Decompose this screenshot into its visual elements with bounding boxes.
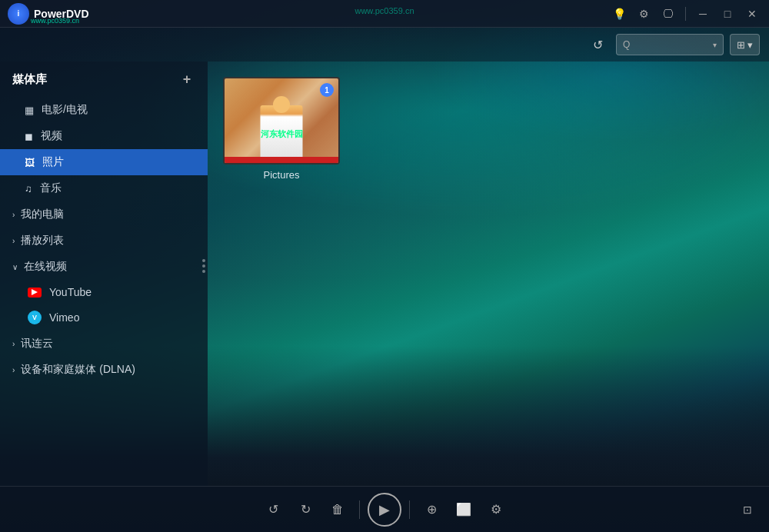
add-media-button[interactable]: +	[178, 71, 195, 88]
logo-icon: i	[8, 3, 29, 25]
grid-icon: ⊞	[737, 39, 745, 51]
redo-button[interactable]: ↻	[291, 496, 319, 524]
sidebar-item-photos[interactable]: 🖼 照片	[0, 149, 208, 175]
main-content: 河东软件园 1 Pictures	[208, 62, 769, 486]
media-count-badge: 1	[320, 83, 334, 97]
sidebar-collapse-handle[interactable]	[202, 259, 205, 273]
photo-icon: 🖼	[25, 157, 35, 168]
video-icon: ◼	[25, 131, 33, 142]
separator2	[409, 500, 410, 519]
pictures-thumbnail[interactable]: 河东软件园 1	[223, 77, 340, 165]
dot2	[202, 264, 205, 268]
delete-button[interactable]: 🗑	[324, 496, 351, 524]
sidebar-onlinevideo-label: 在线视频	[24, 260, 67, 274]
settings-button[interactable]: ⚙	[633, 3, 654, 25]
sidebar-xunlian-label: 讯连云	[21, 337, 53, 351]
theater-button[interactable]: 🖵	[657, 3, 679, 25]
sidebar-mypc-label: 我的电脑	[21, 208, 64, 221]
search-chevron-icon: ▾	[713, 41, 717, 49]
sidebar-dlna-label: 设备和家庭媒体 (DLNA)	[21, 363, 135, 377]
media-library-label: 媒体库	[12, 72, 47, 87]
person-head	[273, 96, 290, 113]
app-logo: i PowerDVD www.pc0359.cn	[0, 3, 97, 25]
sidebar-item-vimeo[interactable]: V Vimeo	[0, 304, 208, 331]
dlna-chevron-icon: ›	[12, 366, 15, 374]
view-toggle-button[interactable]: ⊞ ▾	[730, 34, 760, 55]
refresh-button[interactable]: ↺	[585, 32, 610, 57]
list-item[interactable]: 河东软件园 1 Pictures	[223, 77, 340, 181]
sidebar-item-mypc[interactable]: › 我的电脑	[0, 201, 208, 228]
play-button[interactable]: ▶	[368, 493, 401, 527]
titlebar: i PowerDVD www.pc0359.cn 💡 ⚙ 🖵 ─ □ ✕	[0, 0, 769, 28]
dot3	[202, 270, 205, 273]
titlebar-separator	[685, 7, 686, 21]
thumbnail-watermark: 河东软件园	[261, 128, 303, 140]
sidebar: 媒体库 + ▦ 电影/电视 ◼ 视频 🖼 照片 ♫ 音乐 › 我的电脑 › 播放…	[0, 62, 208, 486]
sidebar-youtube-label: YouTube	[49, 286, 92, 298]
thumbnail-redbar	[225, 157, 338, 163]
sidebar-item-dlna[interactable]: › 设备和家庭媒体 (DLNA)	[0, 357, 208, 383]
app-subtitle: www.pc0359.cn	[31, 17, 79, 25]
screen-button[interactable]: ⬜	[450, 496, 478, 524]
undo-button[interactable]: ↺	[259, 496, 287, 524]
vimeo-icon: V	[28, 311, 42, 324]
sidebar-item-music[interactable]: ♫ 音乐	[0, 175, 208, 201]
search-box[interactable]: Q ▾	[616, 34, 724, 55]
sidebar-playlist-label: 播放列表	[21, 234, 64, 248]
sidebar-music-label: 音乐	[40, 181, 62, 195]
sidebar-vimeo-label: Vimeo	[49, 311, 79, 324]
sidebar-item-video[interactable]: ◼ 视频	[0, 123, 208, 149]
onlinevideo-chevron-icon: ∨	[12, 263, 18, 271]
main-toolbar: ↺ Q ▾ ⊞ ▾	[0, 28, 769, 62]
sidebar-video-label: 视频	[41, 129, 62, 143]
mypc-chevron-icon: ›	[12, 211, 15, 219]
zoom-in-button[interactable]: ⊕	[418, 496, 445, 524]
search-input[interactable]	[633, 39, 713, 51]
sidebar-movies-label: 电影/电视	[42, 103, 88, 117]
sidebar-item-youtube[interactable]: YouTube	[0, 280, 208, 304]
minimize-button[interactable]: ─	[692, 3, 714, 25]
sidebar-header: 媒体库 +	[0, 62, 208, 97]
sidebar-item-onlinevideo[interactable]: ∨ 在线视频	[0, 254, 208, 280]
dot1	[202, 259, 205, 262]
maximize-button[interactable]: □	[717, 3, 738, 25]
close-button[interactable]: ✕	[741, 3, 763, 25]
sidebar-item-xunlian[interactable]: › 讯连云	[0, 331, 208, 357]
sidebar-item-movies[interactable]: ▦ 电影/电视	[0, 97, 208, 123]
view-chevron-icon: ▾	[747, 39, 753, 51]
youtube-icon	[28, 288, 42, 298]
sidebar-item-playlist[interactable]: › 播放列表	[0, 228, 208, 254]
separator1	[359, 500, 360, 519]
playlist-chevron-icon: ›	[12, 237, 15, 245]
fullscreen-button[interactable]: ⊡	[735, 497, 760, 522]
lightbulb-button[interactable]: 💡	[608, 3, 630, 25]
search-icon: Q	[623, 39, 630, 50]
bottom-settings-button[interactable]: ⚙	[482, 496, 510, 524]
window-controls: 💡 ⚙ 🖵 ─ □ ✕	[608, 3, 769, 25]
music-icon: ♫	[25, 183, 32, 195]
media-item-label: Pictures	[264, 169, 300, 181]
film-icon: ▦	[25, 105, 34, 116]
sidebar-photos-label: 照片	[42, 155, 64, 169]
xunlian-chevron-icon: ›	[12, 340, 15, 348]
bottom-toolbar: ↺ ↻ 🗑 ▶ ⊕ ⬜ ⚙ ⊡	[0, 486, 769, 532]
